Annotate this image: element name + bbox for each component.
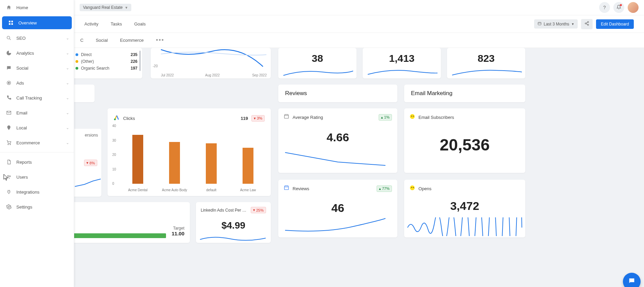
sidebar-item-home[interactable]: Home	[0, 0, 74, 15]
more-tabs-button[interactable]: •••	[156, 37, 164, 44]
svg-point-11	[10, 176, 11, 177]
y-tick: 40	[112, 124, 116, 128]
chevron-down-icon: ▼	[571, 22, 574, 26]
svg-point-17	[588, 24, 589, 25]
subtab-c[interactable]: C	[80, 38, 83, 43]
chat-widget-button[interactable]	[623, 273, 641, 287]
chevron-down-icon: ⌄	[66, 51, 69, 55]
y-tick: 0	[112, 182, 114, 185]
share-button[interactable]	[581, 19, 593, 29]
svg-rect-0	[9, 21, 11, 22]
kpi-value: 38	[278, 53, 357, 64]
bar-label: default	[196, 188, 227, 192]
mailchimp-icon	[410, 114, 415, 121]
svg-point-7	[8, 82, 10, 84]
daterange-button[interactable]: Last 3 Months ▼	[534, 19, 578, 29]
conversions-card: ersions ▾8%	[74, 129, 101, 197]
x-tick: Aug 2022	[205, 73, 220, 77]
y-tick: 30	[112, 139, 116, 142]
svg-point-4	[7, 36, 10, 39]
daterange-label: Last 3 Months	[544, 22, 569, 26]
avatar[interactable]	[628, 2, 639, 13]
chevron-down-icon: ⌄	[66, 66, 69, 70]
kpi-card-2: 1,413	[363, 48, 441, 78]
edit-dashboard-button[interactable]: Edit Dashboard	[596, 19, 634, 29]
legend-row: (Other)226	[76, 58, 137, 65]
sidebar-item-seo[interactable]: SEO⌄	[0, 31, 74, 46]
tab-activity[interactable]: Activity	[84, 21, 98, 26]
svg-point-24	[413, 116, 414, 116]
clicks-delta: ▾3%	[251, 115, 265, 122]
sidebar-item-ads[interactable]: Ads⌄	[0, 75, 74, 90]
mail-icon	[5, 109, 12, 116]
sidebar-item-call-tracking[interactable]: Call Tracking⌄	[0, 90, 74, 105]
tab-goals[interactable]: Goals	[134, 21, 146, 26]
svg-rect-21	[284, 115, 288, 118]
opens-sparkline	[407, 217, 523, 236]
svg-rect-25	[284, 187, 288, 190]
breadcrumb-label: Vanguard Real Estate	[83, 5, 123, 10]
svg-point-9	[10, 144, 11, 145]
svg-point-27	[411, 187, 412, 188]
edit-dashboard-label: Edit Dashboard	[601, 22, 629, 26]
sidebar-item-ecommerce[interactable]: Ecommerce⌄	[0, 135, 74, 150]
svg-point-12	[8, 206, 10, 208]
users-icon	[5, 174, 12, 180]
section-reviews: Reviews	[278, 85, 397, 102]
sidebar-item-label: Settings	[16, 204, 69, 210]
sidebar-item-settings[interactable]: Settings	[0, 199, 74, 214]
legend-dot	[76, 60, 78, 63]
legend-value: 235	[131, 52, 137, 57]
clicks-card: Clicks 119 ▾3% 403020100Acme DentalAcme …	[108, 108, 271, 196]
conversions-sparkline	[74, 178, 101, 188]
legend-label: Organic Search	[81, 66, 131, 71]
sidebar-item-analytics[interactable]: Analytics⌄	[0, 46, 74, 60]
help-button[interactable]: ?	[599, 2, 610, 13]
sidebar-item-local[interactable]: Local⌄	[0, 120, 74, 135]
arrow-up-icon: ▴	[379, 186, 381, 191]
bar	[243, 148, 253, 184]
sidebar-item-email[interactable]: Email⌄	[0, 105, 74, 120]
trend-line-card: -20 Jul 2022 Aug 2022 Sep 2022	[151, 48, 271, 78]
secondary-nav: Activity Tasks Goals Last 3 Months ▼ Edi…	[74, 15, 644, 33]
x-tick: Sep 2022	[252, 73, 267, 77]
arrow-down-icon: ▾	[253, 208, 255, 212]
calendar-icon	[538, 21, 542, 26]
home-icon	[5, 4, 12, 11]
arrow-down-icon: ▾	[254, 116, 256, 121]
sidebar-item-reports[interactable]: Reports	[0, 155, 74, 169]
chevron-down-icon: ⌄	[66, 111, 69, 115]
linkedin-sparkline	[199, 233, 267, 241]
svg-point-8	[8, 144, 9, 145]
avg-rating-card: Average Rating ▴1% 4.66	[278, 108, 397, 173]
google-business-icon	[284, 185, 289, 192]
pie-icon	[5, 50, 12, 56]
sidebar-item-label: Social	[16, 66, 66, 71]
arrow-down-icon: ▾	[86, 161, 88, 165]
sidebar-item-integrations[interactable]: Integrations	[0, 184, 74, 199]
sidebar-item-social[interactable]: Social⌄	[0, 60, 74, 75]
opens-value: 3,472	[410, 199, 520, 213]
target-card: Target 11.00	[74, 202, 190, 243]
notification-badge	[620, 4, 622, 6]
sidebar-item-users[interactable]: Users	[0, 169, 74, 184]
legend-row: Organic Search197	[76, 65, 137, 72]
y-tick: 10	[112, 167, 116, 171]
sidebar-item-overview[interactable]: Overview	[2, 16, 72, 29]
svg-point-22	[410, 114, 415, 119]
subtab-ecommerce[interactable]: Ecommerce	[120, 38, 144, 43]
svg-rect-3	[11, 23, 13, 25]
y-tick: 20	[112, 153, 116, 157]
legend-row: Direct235	[76, 51, 137, 58]
subscribers-card: Email Subscribers 20,536	[404, 108, 525, 173]
notifications-button[interactable]	[613, 2, 624, 13]
linkedin-cpc-value: $4.99	[201, 220, 266, 231]
tab-tasks[interactable]: Tasks	[111, 21, 122, 26]
doc-icon	[5, 159, 12, 165]
avg-rating-title: Average Rating	[293, 115, 323, 120]
legend-scrollbar[interactable]	[139, 51, 141, 71]
pin-icon	[5, 124, 12, 131]
reviews-count-card: Reviews ▴77% 46	[278, 180, 397, 237]
client-breadcrumb[interactable]: Vanguard Real Estate ▼	[80, 4, 131, 11]
subtab-social[interactable]: Social	[96, 38, 108, 43]
